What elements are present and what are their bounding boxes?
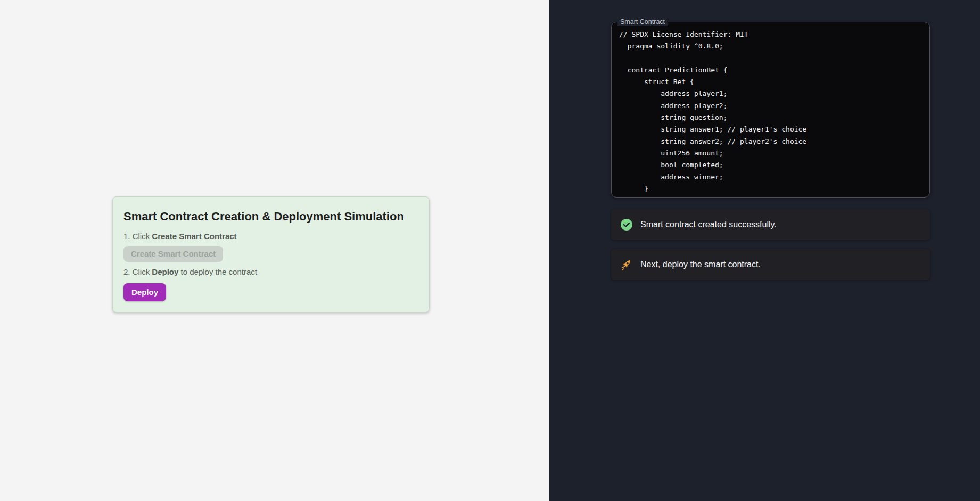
- left-pane: Smart Contract Creation & Deployment Sim…: [0, 0, 549, 501]
- step-2-suffix: to deploy the contract: [178, 267, 257, 276]
- check-circle-icon: [620, 218, 633, 231]
- status-message-text: Next, deploy the smart contract.: [640, 259, 761, 270]
- step-1-prefix: 1. Click: [123, 232, 152, 241]
- status-card-next-step: Next, deploy the smart contract.: [611, 249, 930, 280]
- create-smart-contract-button[interactable]: Create Smart Contract: [123, 246, 223, 262]
- smart-contract-code-panel: Smart Contract // SPDX-License-Identifie…: [611, 22, 930, 198]
- status-card-success: Smart contract created successfully.: [611, 209, 930, 240]
- simulation-card: Smart Contract Creation & Deployment Sim…: [112, 196, 430, 313]
- step-1-instruction: 1. Click Create Smart Contract: [123, 232, 418, 241]
- solidity-code-block: // SPDX-License-Identifier: MIT pragma s…: [619, 29, 921, 192]
- rocket-icon: [620, 258, 633, 271]
- right-pane: Smart Contract // SPDX-License-Identifie…: [549, 0, 980, 501]
- deploy-button[interactable]: Deploy: [123, 283, 166, 301]
- page-title: Smart Contract Creation & Deployment Sim…: [123, 210, 418, 224]
- code-panel-label: Smart Contract: [617, 18, 668, 26]
- step-2-bold: Deploy: [152, 267, 178, 276]
- status-message-text: Smart contract created successfully.: [640, 219, 777, 230]
- step-2-prefix: 2. Click: [123, 267, 152, 276]
- step-2-instruction: 2. Click Deploy to deploy the contract: [123, 267, 418, 277]
- step-1-bold: Create Smart Contract: [152, 232, 236, 241]
